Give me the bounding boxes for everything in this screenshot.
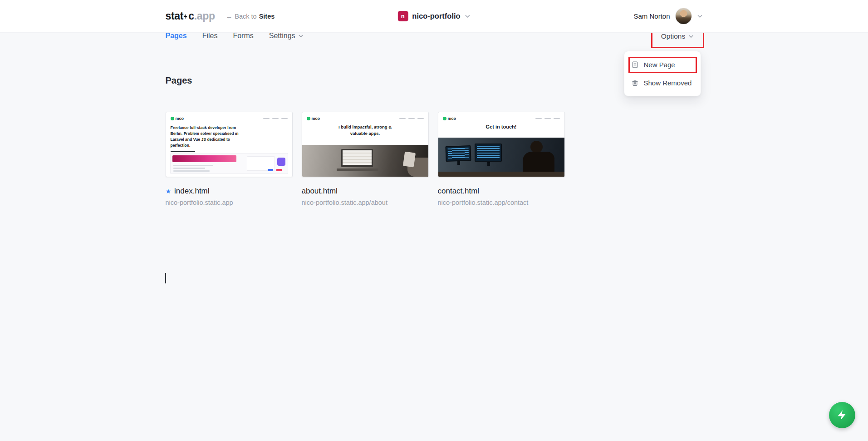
back-arrow-icon: ← <box>226 13 233 20</box>
photo-desk-decor <box>438 172 564 177</box>
chevron-down-icon <box>688 34 694 39</box>
nav-decor <box>281 118 288 119</box>
options-button[interactable]: Options <box>661 32 694 40</box>
nav-decor <box>399 118 406 119</box>
thumb-brand-label: nico <box>448 116 456 121</box>
menu-item-label: Show Removed <box>644 79 692 87</box>
new-page-icon <box>631 61 639 69</box>
page-url: nico-portfolio.static.app <box>166 199 293 206</box>
user-menu[interactable]: Sam Norton <box>633 0 702 32</box>
page-filename-row: ★ index.html <box>166 187 293 196</box>
thumb-link-decor <box>171 151 195 152</box>
logo-suffix: .app <box>194 10 215 22</box>
options-dropdown-menu: New Page Show Removed <box>624 51 701 96</box>
collage-button-decor <box>276 169 282 171</box>
page-url: nico-portfolio.static.app/about <box>302 199 429 206</box>
nav-decor <box>272 118 279 119</box>
thumb-headline: Freelance full-stack developer from Berl… <box>171 125 240 149</box>
back-link-target: Sites <box>259 13 275 20</box>
thumb-brand-label: nico <box>312 116 320 121</box>
chat-widget-icon <box>836 409 848 421</box>
thumb-screenshot-collage <box>170 153 288 174</box>
logo-text-left: stat <box>166 10 184 22</box>
photo-stand-decor <box>457 161 460 165</box>
nav-decor <box>408 118 415 119</box>
nav-decor <box>554 118 560 119</box>
menu-item-new-page[interactable]: New Page <box>624 55 701 74</box>
photo-laptop-base-decor <box>337 168 378 171</box>
thumb-photo <box>302 145 428 177</box>
page-filename: contact.html <box>438 187 480 196</box>
chat-widget-button[interactable] <box>829 402 855 428</box>
page-url: nico-portfolio.static.app/contact <box>438 199 565 206</box>
site-switcher[interactable]: n nico-portfolio <box>397 0 470 32</box>
tab-settings-label: Settings <box>269 32 295 40</box>
back-to-sites-link[interactable]: ← Back to Sites <box>226 13 275 20</box>
collage-purple-decor <box>277 158 285 166</box>
page-filename: about.html <box>302 187 338 196</box>
tab-files[interactable]: Files <box>202 32 218 40</box>
thumb-nav-placeholder <box>263 118 288 119</box>
page-card-about[interactable]: nico I build impactful, strong & valuabl… <box>302 112 429 206</box>
thumb-header: nico <box>307 116 424 121</box>
user-name: Sam Norton <box>633 12 670 20</box>
page-filename: index.html <box>174 187 209 196</box>
thumb-nav-placeholder <box>535 118 560 119</box>
collage-banner-decor <box>172 155 237 162</box>
nav-decor <box>535 118 542 119</box>
thumb-brand: nico <box>171 116 184 121</box>
thumb-nav-placeholder <box>399 118 424 119</box>
site-name: nico-portfolio <box>412 12 460 20</box>
collage-row-decor <box>173 168 205 169</box>
page-thumbnail-contact: nico Get in touch! <box>438 112 565 177</box>
header-container: stat c .app ← Back to Sites n nico-portf… <box>166 0 703 32</box>
brand-dot-icon <box>443 117 446 120</box>
trash-icon <box>631 79 639 87</box>
page-card-contact[interactable]: nico Get in touch! contact.html <box>438 112 565 206</box>
top-header: stat c .app ← Back to Sites n nico-portf… <box>0 0 868 33</box>
avatar <box>675 8 692 25</box>
collage-row-decor <box>173 170 210 172</box>
brand-dot-icon <box>307 117 310 120</box>
chevron-down-icon <box>465 13 471 19</box>
menu-item-show-removed[interactable]: Show Removed <box>624 74 701 92</box>
tab-settings[interactable]: Settings <box>269 32 304 40</box>
back-link-prefix: Back to <box>235 13 256 20</box>
tab-forms[interactable]: Forms <box>233 32 253 40</box>
page-section-title: Pages <box>166 75 192 86</box>
thumb-header: nico <box>171 116 288 121</box>
nav-decor <box>263 118 270 119</box>
thumb-headline: I build impactful, strong & valuable app… <box>336 124 395 137</box>
thumb-brand: nico <box>307 116 320 121</box>
header-left: stat c .app ← Back to Sites <box>166 0 275 32</box>
photo-code-decor <box>447 148 469 159</box>
page-filename-row: contact.html <box>438 187 565 196</box>
static-app-logo[interactable]: stat c .app <box>166 10 215 22</box>
thumb-header: nico <box>443 116 560 121</box>
tab-bar: Pages Files Forms Settings <box>166 32 304 40</box>
photo-monitor-decor <box>475 144 502 162</box>
chevron-down-icon <box>697 13 703 19</box>
photo-code-decor <box>477 146 500 159</box>
collage-button-decor <box>268 169 273 171</box>
page-thumbnail-about: nico I build impactful, strong & valuabl… <box>302 112 429 177</box>
page-card-index[interactable]: nico Freelance full-stack developer from… <box>166 112 293 206</box>
main-content: Pages Files Forms Settings Options New P… <box>166 0 703 408</box>
thumb-headline: Get in touch! <box>443 124 560 129</box>
logo-text-right: c <box>188 10 194 22</box>
chevron-down-icon <box>298 33 304 39</box>
thumb-brand: nico <box>443 116 456 121</box>
collage-row-decor <box>173 165 213 166</box>
photo-phone-decor <box>402 151 415 167</box>
thumb-photo <box>438 138 564 177</box>
photo-stand-decor <box>487 162 490 166</box>
nav-decor <box>544 118 551 119</box>
thumb-brand-label: nico <box>176 116 184 121</box>
photo-laptop-screen-decor <box>341 149 373 167</box>
page-thumbnail-index: nico Freelance full-stack developer from… <box>166 112 293 177</box>
tab-pages[interactable]: Pages <box>166 32 187 40</box>
site-badge: n <box>397 11 408 21</box>
options-button-label: Options <box>661 32 685 40</box>
star-icon: ★ <box>166 188 172 194</box>
photo-person-head-decor <box>530 141 543 153</box>
